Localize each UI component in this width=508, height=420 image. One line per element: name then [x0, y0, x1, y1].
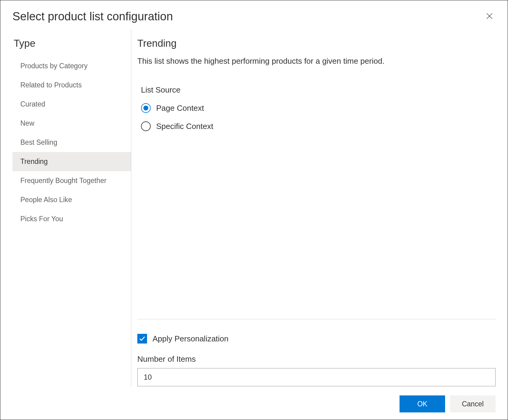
main-area: Trending This list shows the highest per…	[131, 29, 496, 386]
close-icon	[486, 12, 493, 21]
sidebar-heading: Type	[12, 38, 131, 49]
bottom-panel: Apply Personalization Number of Items	[137, 319, 496, 386]
sidebar: Type Products by CategoryRelated to Prod…	[12, 29, 131, 386]
radio-label: Specific Context	[156, 122, 213, 131]
type-item-related-to-products[interactable]: Related to Products	[12, 76, 131, 95]
main-description: This list shows the highest performing p…	[137, 56, 496, 66]
apply-personalization-label: Apply Personalization	[153, 334, 228, 344]
list-source-label: List Source	[141, 85, 496, 95]
apply-personalization-checkbox[interactable]: Apply Personalization	[137, 334, 496, 344]
type-item-new[interactable]: New	[12, 114, 131, 133]
radio-checked-icon	[141, 103, 151, 113]
dialog-title: Select product list configuration	[12, 10, 173, 23]
dialog-header: Select product list configuration	[2, 2, 506, 29]
list-source-radio-group: Page ContextSpecific Context	[141, 103, 496, 131]
type-item-curated[interactable]: Curated	[12, 95, 131, 114]
dialog-body: Type Products by CategoryRelated to Prod…	[2, 29, 506, 386]
radio-label: Page Context	[156, 103, 204, 113]
type-item-products-by-category[interactable]: Products by Category	[12, 56, 131, 76]
cancel-button[interactable]: Cancel	[450, 395, 496, 412]
type-item-people-also-like[interactable]: People Also Like	[12, 190, 131, 209]
number-of-items-label: Number of Items	[137, 354, 496, 364]
type-item-best-selling[interactable]: Best Selling	[12, 133, 131, 152]
ok-button[interactable]: OK	[400, 395, 445, 412]
type-list: Products by CategoryRelated to ProductsC…	[12, 56, 131, 229]
main-heading: Trending	[137, 38, 496, 49]
checkbox-checked-icon	[137, 334, 147, 344]
type-item-picks-for-you[interactable]: Picks For You	[12, 209, 131, 229]
dialog-footer: OK Cancel	[2, 386, 506, 418]
type-item-trending[interactable]: Trending	[12, 152, 131, 171]
close-button[interactable]	[483, 10, 496, 23]
dialog-container: Select product list configuration Type P…	[0, 0, 508, 420]
list-source-section: List Source Page ContextSpecific Context	[137, 85, 496, 140]
radio-option-page-context[interactable]: Page Context	[141, 103, 496, 113]
radio-unchecked-icon	[141, 121, 151, 131]
number-of-items-input[interactable]	[137, 368, 496, 386]
radio-option-specific-context[interactable]: Specific Context	[141, 121, 496, 131]
type-item-frequently-bought-together[interactable]: Frequently Bought Together	[12, 171, 131, 190]
